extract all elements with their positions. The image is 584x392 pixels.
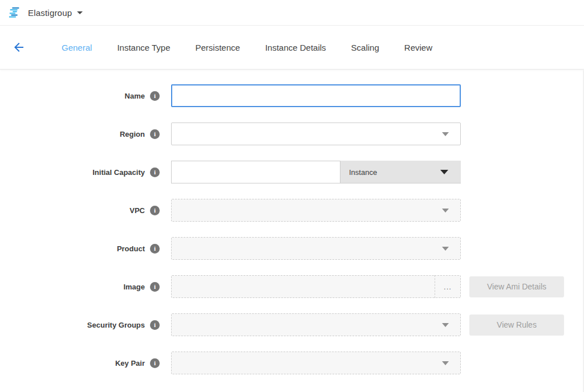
- info-icon[interactable]: i: [150, 168, 160, 177]
- vpc-select: [171, 199, 461, 222]
- image-label: Image: [123, 283, 145, 291]
- info-icon[interactable]: i: [150, 244, 160, 254]
- key-pair-select: [171, 352, 461, 374]
- wizard-tabs: General Instance Type Persistence Instan…: [49, 26, 445, 70]
- tab-general[interactable]: General: [49, 26, 104, 70]
- product-label: Product: [117, 244, 145, 253]
- caret-down-icon: [440, 170, 448, 174]
- caret-down-icon: [442, 247, 449, 251]
- info-icon[interactable]: i: [150, 282, 160, 292]
- caret-down-icon: [442, 361, 449, 365]
- app-header: Elastigroup: [0, 0, 584, 26]
- view-rules-button[interactable]: View Rules: [469, 315, 564, 336]
- image-input: [171, 275, 435, 298]
- image-browse-button[interactable]: ...: [435, 275, 461, 298]
- info-icon[interactable]: i: [150, 129, 160, 139]
- tab-instance-type[interactable]: Instance Type: [104, 26, 182, 70]
- tab-instance-details[interactable]: Instance Details: [253, 26, 339, 70]
- form-row-key-pair: Key Pair i: [0, 352, 584, 374]
- security-groups-label: Security Groups: [87, 321, 145, 329]
- elastigroup-logo-icon: [8, 6, 22, 19]
- view-ami-details-button[interactable]: View Ami Details: [469, 276, 564, 297]
- wizard-tabbar: General Instance Type Persistence Instan…: [0, 26, 584, 70]
- name-label: Name: [125, 92, 145, 100]
- form-row-image: Image i ... View Ami Details: [0, 275, 584, 298]
- name-input[interactable]: [171, 84, 461, 107]
- tab-review[interactable]: Review: [392, 26, 445, 70]
- security-groups-select: [171, 313, 461, 336]
- key-pair-label: Key Pair: [115, 359, 145, 368]
- vpc-label: VPC: [129, 206, 145, 215]
- region-select[interactable]: [171, 122, 461, 145]
- info-icon[interactable]: i: [150, 358, 160, 368]
- caret-down-icon: [442, 323, 449, 327]
- app-switcher-caret-icon[interactable]: [77, 11, 83, 14]
- form-row-product: Product i: [0, 237, 584, 260]
- initial-capacity-label: Initial Capacity: [92, 168, 145, 177]
- info-icon[interactable]: i: [150, 320, 160, 330]
- tab-scaling[interactable]: Scaling: [339, 26, 392, 70]
- region-label: Region: [120, 130, 145, 138]
- arrow-back-icon: [12, 40, 26, 54]
- tab-persistence[interactable]: Persistence: [183, 26, 253, 70]
- form-row-region: Region i: [0, 122, 584, 145]
- caret-down-icon: [442, 132, 449, 136]
- form-row-vpc: VPC i: [0, 199, 584, 222]
- capacity-unit-value: Instance: [349, 168, 377, 177]
- general-form: Name i Region i Initial Capacity i: [0, 70, 584, 374]
- caret-down-icon: [442, 209, 449, 213]
- info-icon[interactable]: i: [150, 91, 160, 101]
- form-row-security-groups: Security Groups i View Rules: [0, 313, 584, 336]
- back-button[interactable]: [11, 40, 26, 55]
- form-row-name: Name i: [0, 84, 584, 107]
- product-select: [171, 237, 461, 260]
- form-row-initial-capacity: Initial Capacity i Instance: [0, 161, 584, 183]
- info-icon[interactable]: i: [150, 206, 160, 215]
- app-title: Elastigroup: [28, 8, 72, 18]
- initial-capacity-input[interactable]: [171, 161, 340, 183]
- capacity-unit-select[interactable]: Instance: [340, 161, 461, 183]
